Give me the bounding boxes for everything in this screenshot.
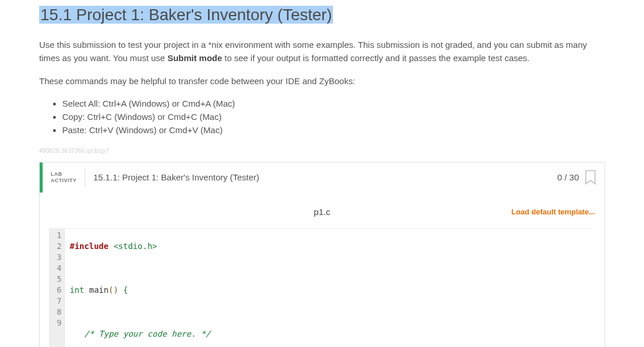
intro-paragraph-2: These commands may be helpful to transfe… xyxy=(39,74,605,88)
lab-score: 0 / 30 xyxy=(557,172,585,182)
shortcut-item: Select All: Ctrl+A (Windows) or Cmd+A (M… xyxy=(62,97,605,110)
file-bar: p1.c Load default template... xyxy=(49,203,595,221)
file-name: p1.c xyxy=(231,207,413,217)
lab-card: LAB ACTIVITY 15.1.1: Project 1: Baker's … xyxy=(39,162,605,348)
lab-badge: LAB ACTIVITY xyxy=(43,168,85,187)
lab-header: LAB ACTIVITY 15.1.1: Project 1: Baker's … xyxy=(40,163,604,193)
lab-activity-title: 15.1.1: Project 1: Baker's Inventory (Te… xyxy=(85,172,557,182)
shortcut-item: Paste: Ctrl+V (Windows) or Cmd+V (Mac) xyxy=(62,123,605,137)
code-area[interactable]: #include <stdio.h> int main() { /* Type … xyxy=(65,229,595,348)
line-gutter: 1 2 3 4 5 6 7 8 9 xyxy=(49,229,65,348)
page-title: 15.1 Project 1: Baker's Inventory (Teste… xyxy=(39,6,605,24)
load-template-button[interactable]: Load default template... xyxy=(413,208,595,216)
code-editor[interactable]: 1 2 3 4 5 6 7 8 9 #include <stdio.h> int… xyxy=(49,228,595,348)
intro-paragraph-1: Use this submission to test your project… xyxy=(39,38,605,65)
shortcut-list: Select All: Ctrl+A (Windows) or Cmd+A (M… xyxy=(39,97,605,137)
bookmark-icon[interactable] xyxy=(585,170,596,185)
shortcut-item: Copy: Ctrl+C (Windows) or Cmd+C (Mac) xyxy=(62,110,605,123)
meta-id: 490628.3637366.qx3zqy7 xyxy=(39,148,605,154)
